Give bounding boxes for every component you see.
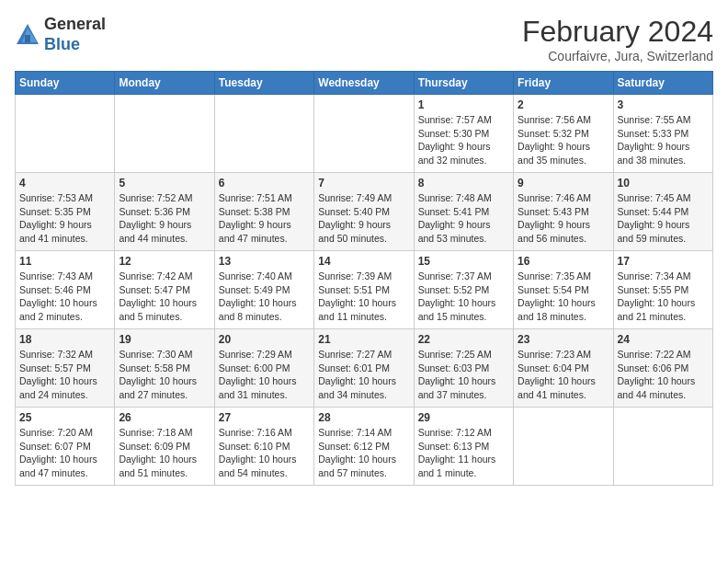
day-number: 14 [318, 255, 409, 268]
calendar-day-cell: 17Sunrise: 7:34 AM Sunset: 5:55 PM Dayli… [613, 251, 712, 329]
header: General Blue February 2024 Courfaivre, J… [15, 15, 713, 63]
weekday-header: Friday [514, 72, 613, 95]
calendar-day-cell: 13Sunrise: 7:40 AM Sunset: 5:49 PM Dayli… [214, 251, 313, 329]
logo-icon [15, 22, 40, 48]
day-info: Sunrise: 7:55 AM Sunset: 5:33 PM Dayligh… [618, 113, 709, 167]
calendar-day-cell: 4Sunrise: 7:53 AM Sunset: 5:35 PM Daylig… [16, 173, 115, 251]
day-number: 19 [119, 333, 210, 346]
day-number: 3 [618, 98, 709, 111]
calendar-day-cell: 26Sunrise: 7:18 AM Sunset: 6:09 PM Dayli… [115, 408, 214, 486]
day-number: 27 [219, 411, 310, 424]
day-number: 26 [119, 411, 210, 424]
day-info: Sunrise: 7:37 AM Sunset: 5:52 PM Dayligh… [418, 270, 509, 324]
calendar-day-cell [16, 95, 115, 173]
calendar-day-cell: 3Sunrise: 7:55 AM Sunset: 5:33 PM Daylig… [613, 95, 712, 173]
day-number: 4 [19, 177, 110, 190]
day-number: 2 [518, 98, 609, 111]
calendar-day-cell: 22Sunrise: 7:25 AM Sunset: 6:03 PM Dayli… [414, 329, 513, 408]
day-number: 11 [19, 255, 110, 268]
day-info: Sunrise: 7:57 AM Sunset: 5:30 PM Dayligh… [418, 113, 509, 167]
calendar-day-cell: 27Sunrise: 7:16 AM Sunset: 6:10 PM Dayli… [214, 408, 313, 486]
day-info: Sunrise: 7:52 AM Sunset: 5:36 PM Dayligh… [119, 191, 210, 246]
weekday-header: Monday [115, 72, 214, 95]
calendar-day-cell: 11Sunrise: 7:43 AM Sunset: 5:46 PM Dayli… [16, 251, 115, 329]
day-info: Sunrise: 7:16 AM Sunset: 6:10 PM Dayligh… [219, 426, 310, 480]
day-info: Sunrise: 7:39 AM Sunset: 5:51 PM Dayligh… [318, 270, 409, 324]
calendar-day-cell: 28Sunrise: 7:14 AM Sunset: 6:12 PM Dayli… [314, 408, 414, 486]
calendar-week-row: 11Sunrise: 7:43 AM Sunset: 5:46 PM Dayli… [16, 251, 713, 329]
day-info: Sunrise: 7:34 AM Sunset: 5:55 PM Dayligh… [618, 270, 709, 324]
day-number: 7 [318, 177, 409, 190]
calendar-day-cell: 16Sunrise: 7:35 AM Sunset: 5:54 PM Dayli… [514, 251, 613, 329]
calendar-week-row: 4Sunrise: 7:53 AM Sunset: 5:35 PM Daylig… [16, 173, 713, 251]
calendar-day-cell: 18Sunrise: 7:32 AM Sunset: 5:57 PM Dayli… [16, 329, 115, 408]
day-number: 28 [318, 411, 409, 424]
weekday-header-row: SundayMondayTuesdayWednesdayThursdayFrid… [16, 72, 713, 95]
day-info: Sunrise: 7:12 AM Sunset: 6:13 PM Dayligh… [418, 426, 509, 480]
day-number: 21 [318, 333, 409, 346]
calendar-day-cell [214, 95, 313, 173]
calendar-day-cell: 23Sunrise: 7:23 AM Sunset: 6:04 PM Dayli… [514, 329, 613, 408]
day-number: 20 [219, 333, 310, 346]
weekday-header: Sunday [16, 72, 115, 95]
calendar-day-cell [314, 95, 414, 173]
day-info: Sunrise: 7:56 AM Sunset: 5:32 PM Dayligh… [518, 113, 609, 167]
calendar-day-cell: 14Sunrise: 7:39 AM Sunset: 5:51 PM Dayli… [314, 251, 414, 329]
day-info: Sunrise: 7:29 AM Sunset: 6:00 PM Dayligh… [219, 348, 310, 402]
calendar-week-row: 25Sunrise: 7:20 AM Sunset: 6:07 PM Dayli… [16, 408, 713, 486]
day-number: 9 [518, 177, 609, 190]
weekday-header: Saturday [613, 72, 712, 95]
day-info: Sunrise: 7:14 AM Sunset: 6:12 PM Dayligh… [318, 426, 409, 480]
calendar-day-cell: 24Sunrise: 7:22 AM Sunset: 6:06 PM Dayli… [613, 329, 712, 408]
month-title: February 2024 [522, 15, 713, 49]
day-info: Sunrise: 7:53 AM Sunset: 5:35 PM Dayligh… [19, 191, 110, 246]
title-area: February 2024 Courfaivre, Jura, Switzerl… [522, 15, 713, 63]
day-number: 5 [119, 177, 210, 190]
day-info: Sunrise: 7:40 AM Sunset: 5:49 PM Dayligh… [219, 270, 310, 324]
calendar-day-cell: 12Sunrise: 7:42 AM Sunset: 5:47 PM Dayli… [115, 251, 214, 329]
day-info: Sunrise: 7:46 AM Sunset: 5:43 PM Dayligh… [518, 191, 609, 246]
day-info: Sunrise: 7:20 AM Sunset: 6:07 PM Dayligh… [19, 426, 110, 480]
calendar-day-cell: 5Sunrise: 7:52 AM Sunset: 5:36 PM Daylig… [115, 173, 214, 251]
day-number: 25 [19, 411, 110, 424]
calendar-day-cell [514, 408, 613, 486]
day-number: 23 [518, 333, 609, 346]
logo-blue-text: Blue [44, 35, 106, 55]
calendar-day-cell: 9Sunrise: 7:46 AM Sunset: 5:43 PM Daylig… [514, 173, 613, 251]
day-number: 24 [618, 333, 709, 346]
day-number: 10 [618, 177, 709, 190]
day-info: Sunrise: 7:35 AM Sunset: 5:54 PM Dayligh… [518, 270, 609, 324]
location-subtitle: Courfaivre, Jura, Switzerland [522, 49, 713, 63]
day-number: 22 [418, 333, 509, 346]
day-number: 17 [618, 255, 709, 268]
calendar-day-cell: 25Sunrise: 7:20 AM Sunset: 6:07 PM Dayli… [16, 408, 115, 486]
calendar-day-cell: 7Sunrise: 7:49 AM Sunset: 5:40 PM Daylig… [314, 173, 414, 251]
day-number: 12 [119, 255, 210, 268]
calendar-day-cell: 6Sunrise: 7:51 AM Sunset: 5:38 PM Daylig… [214, 173, 313, 251]
calendar-day-cell: 1Sunrise: 7:57 AM Sunset: 5:30 PM Daylig… [414, 95, 513, 173]
weekday-header: Wednesday [314, 72, 414, 95]
day-info: Sunrise: 7:42 AM Sunset: 5:47 PM Dayligh… [119, 270, 210, 324]
day-number: 15 [418, 255, 509, 268]
calendar-day-cell [115, 95, 214, 173]
day-info: Sunrise: 7:51 AM Sunset: 5:38 PM Dayligh… [219, 191, 310, 246]
day-number: 6 [219, 177, 310, 190]
day-info: Sunrise: 7:22 AM Sunset: 6:06 PM Dayligh… [618, 348, 709, 402]
calendar-table: SundayMondayTuesdayWednesdayThursdayFrid… [15, 71, 713, 486]
calendar-day-cell [613, 408, 712, 486]
calendar-day-cell: 2Sunrise: 7:56 AM Sunset: 5:32 PM Daylig… [514, 95, 613, 173]
day-info: Sunrise: 7:30 AM Sunset: 5:58 PM Dayligh… [119, 348, 210, 402]
svg-rect-2 [25, 35, 30, 42]
weekday-header: Tuesday [214, 72, 313, 95]
day-info: Sunrise: 7:25 AM Sunset: 6:03 PM Dayligh… [418, 348, 509, 402]
day-number: 13 [219, 255, 310, 268]
day-number: 1 [418, 98, 509, 111]
calendar-day-cell: 19Sunrise: 7:30 AM Sunset: 5:58 PM Dayli… [115, 329, 214, 408]
calendar-week-row: 18Sunrise: 7:32 AM Sunset: 5:57 PM Dayli… [16, 329, 713, 408]
day-info: Sunrise: 7:27 AM Sunset: 6:01 PM Dayligh… [318, 348, 409, 402]
day-number: 29 [418, 411, 509, 424]
calendar-day-cell: 29Sunrise: 7:12 AM Sunset: 6:13 PM Dayli… [414, 408, 513, 486]
day-number: 18 [19, 333, 110, 346]
calendar-week-row: 1Sunrise: 7:57 AM Sunset: 5:30 PM Daylig… [16, 95, 713, 173]
logo-general-text: General [44, 15, 106, 35]
